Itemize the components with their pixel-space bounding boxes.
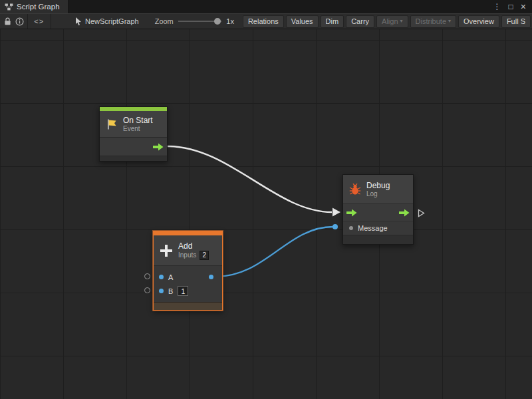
port-row-a: A (154, 270, 222, 284)
dim-button[interactable]: Dim (321, 15, 344, 28)
distribute-dropdown[interactable]: Distribute ▾ (410, 15, 456, 28)
graph-icon (5, 3, 13, 11)
align-dropdown[interactable]: Align ▾ (376, 15, 408, 28)
debug-message-row: Message (343, 221, 413, 235)
value-output-port[interactable] (209, 275, 213, 279)
zoom-slider[interactable] (178, 21, 222, 22)
overview-label: Overview (464, 17, 494, 25)
tab-script-graph[interactable]: Script Graph (0, 0, 68, 13)
add-ports-section: A B 1 (154, 266, 222, 302)
node-debug-log[interactable]: Debug Log Message (342, 174, 414, 245)
tab-title: Script Graph (17, 3, 60, 11)
port-row-b: B 1 (154, 284, 222, 298)
node-footer (343, 235, 413, 244)
node-subtitle: Event (123, 125, 153, 133)
wire-add-to-message[interactable] (215, 227, 333, 277)
debug-flow-row (343, 204, 413, 221)
zoom-label: Zoom (155, 17, 174, 25)
toolbar-separator (27, 14, 28, 29)
align-label: Align (382, 17, 398, 25)
info-icon (15, 17, 24, 26)
wire-end-dot (332, 224, 338, 229)
lock-button[interactable] (1, 14, 13, 29)
wire-onstart-to-debug[interactable] (168, 146, 332, 212)
value-input-port-b[interactable] (159, 289, 164, 293)
node-title: On Start (123, 116, 153, 125)
relations-label: Relations (248, 17, 279, 25)
code-view-button[interactable]: <> (29, 17, 49, 25)
relations-button[interactable]: Relations (243, 15, 284, 28)
port-a-label: A (168, 273, 173, 281)
distribute-label: Distribute (416, 17, 446, 25)
node-header[interactable]: Debug Log (343, 175, 413, 204)
node-on-start[interactable]: On Start Event (99, 106, 168, 162)
inputs-count-field[interactable]: 2 (200, 251, 209, 260)
flow-input-port[interactable] (346, 209, 357, 217)
maximize-icon[interactable]: □ (509, 3, 513, 11)
carry-button[interactable]: Carry (346, 15, 374, 28)
values-label: Values (291, 17, 313, 25)
bug-icon (348, 183, 362, 196)
unconnected-port-hint-icon (144, 287, 150, 293)
flow-output-port[interactable] (399, 209, 410, 217)
node-header[interactable]: Add Inputs 2 (154, 235, 222, 266)
fullscreen-label: Full S (507, 17, 525, 25)
toolbar-separator (51, 14, 51, 29)
info-button[interactable] (13, 14, 25, 29)
overview-button[interactable]: Overview (458, 15, 499, 28)
message-port-label: Message (358, 224, 388, 232)
titlebar-spacer (68, 0, 487, 13)
port-b-value-field[interactable]: 1 (178, 286, 188, 296)
cursor-icon (75, 17, 82, 26)
wires-layer (0, 29, 532, 399)
message-input-port[interactable] (349, 226, 353, 230)
graph-toolbar: <> NewScriptGraph Zoom 1x Relations Valu… (0, 13, 532, 29)
flow-continuation-hint-icon (418, 208, 425, 220)
value-input-port-a[interactable] (159, 275, 164, 279)
node-title: Debug (366, 181, 390, 190)
wire-arrowhead (332, 208, 340, 217)
graph-name-label: NewScriptGraph (85, 17, 139, 25)
zoom-value: 1x (226, 17, 234, 25)
plus-icon (159, 243, 174, 258)
zoom-slider-handle[interactable] (214, 18, 221, 25)
unconnected-port-hint-icon (144, 273, 150, 279)
values-button[interactable]: Values (286, 15, 319, 28)
graph-name-control[interactable]: NewScriptGraph (75, 17, 139, 26)
onstart-trigger-row (100, 138, 167, 156)
window-menu-kebab-icon[interactable]: ⋮ (493, 3, 501, 11)
flow-output-port[interactable] (153, 143, 164, 151)
flag-icon (105, 118, 118, 131)
port-b-label: B (168, 287, 173, 295)
chevron-down-icon: ▾ (400, 19, 403, 24)
node-title: Add (178, 241, 209, 251)
chevron-down-icon: ▾ (448, 19, 451, 24)
carry-label: Carry (351, 17, 369, 25)
window-titlebar: Script Graph ⋮ □ × (0, 0, 532, 13)
graph-canvas[interactable]: On Start Event (0, 29, 532, 399)
close-icon[interactable]: × (521, 2, 526, 11)
lock-icon (4, 17, 11, 26)
node-footer (100, 156, 167, 161)
node-footer (154, 302, 222, 310)
inputs-label: Inputs (178, 251, 196, 259)
fullscreen-button[interactable]: Full S (501, 15, 531, 28)
node-header[interactable]: On Start Event (100, 111, 167, 138)
node-subtitle: Log (366, 190, 390, 198)
dim-label: Dim (326, 17, 339, 25)
node-add[interactable]: Add Inputs 2 A B 1 (153, 231, 223, 311)
